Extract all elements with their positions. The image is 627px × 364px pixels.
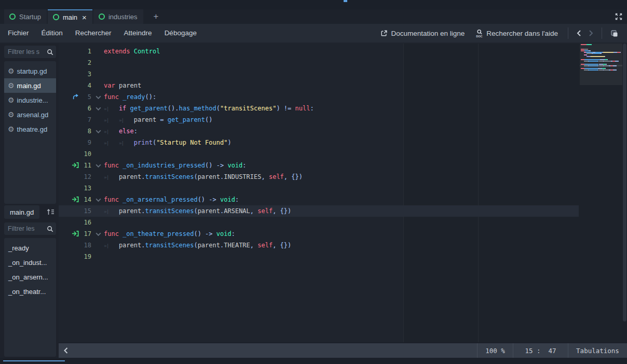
code-text: func _ready(): [104,91,156,103]
code-line[interactable]: 17func _on_theatre_pressed() -> void: [59,228,627,240]
code-text: extends Control [104,46,160,57]
code-line[interactable]: 3 [59,68,627,80]
code-text: func _on_industries_pressed() -> void: [104,160,247,171]
function-name: _on_arsern... [8,273,48,281]
fold-gutter[interactable] [91,128,104,135]
scrollbar-thumb[interactable] [623,44,626,321]
gutter-marker [59,148,82,160]
fold-gutter[interactable] [91,197,104,203]
code-line[interactable]: 10 [59,148,627,160]
fold-icon [95,94,102,101]
script-status-icon [9,13,16,20]
line-number: 12 [82,173,91,180]
sort-members-button[interactable] [46,208,55,216]
menu-atteindre[interactable]: Atteindre [118,24,158,43]
script-status-icon [99,13,105,20]
script-name: arsenal.gd [17,111,49,119]
code-text: »|else: [104,125,138,137]
code-text: »|parent.transitScenes(parent.THEATRE, s… [104,240,291,251]
tab-label: Startup [19,13,41,21]
function-name: _ready [8,244,29,252]
fold-gutter[interactable] [91,105,104,112]
tab-mark: »| [104,240,119,251]
online-documentation-button[interactable]: Documentation en ligne [375,30,470,37]
search-icon [47,49,53,55]
chevron-left-icon [63,347,69,354]
menu-right-actions: Documentation en ligne DOC Rechercher da… [375,27,622,39]
line-number: 19 [82,253,91,260]
gdscript-gear-icon: ⚙ [8,96,15,104]
fold-gutter[interactable] [91,94,104,101]
floating-window-icon [610,29,619,38]
code-line[interactable]: 9»|»|print("Startup Not Found") [59,137,627,148]
gdscript-gear-icon: ⚙ [8,111,15,118]
code-editor[interactable]: 1extends Control234var parent5func _read… [59,44,627,342]
scripts-filter-input[interactable] [8,48,47,55]
status-cells: 100 % 15 : 47 Tabulations [477,343,627,358]
code-line[interactable]: 5func _ready(): [59,91,627,103]
new-tab-button[interactable]: + [148,9,164,24]
script-item-arsenal.gd[interactable]: ⚙arsenal.gd [4,107,56,122]
code-line[interactable]: 18»|parent.transitScenes(parent.THEATRE,… [59,240,627,251]
function-item-_on_arsern[interactable]: _on_arsern... [4,270,56,284]
indent-type-button[interactable]: Tabulations [568,343,627,358]
function-name: _on_theatr... [8,288,46,296]
cursor-position: 15 : 47 [513,343,568,358]
code-text: »|parent.transitScenes(parent.INDUSTRIES… [104,171,303,183]
menu-debogage[interactable]: Débogage [158,24,203,43]
tab-label: main [63,13,77,21]
code-line[interactable]: 11func _on_industries_pressed() -> void: [59,160,627,171]
zoom-level[interactable]: 100 % [477,343,513,358]
collapse-sidebar-button[interactable] [59,347,73,354]
make-floating-button[interactable] [607,29,622,38]
search-help-button[interactable]: DOC Rechercher dans l'aide [470,29,563,38]
code-line[interactable]: 6»|if get_parent().has_method("transitSc… [59,103,627,114]
code-lines: 1extends Control234var parent5func _read… [59,46,627,262]
online-documentation-label: Documentation en ligne [391,30,465,37]
function-item-_ready[interactable]: _ready [4,241,56,255]
code-line[interactable]: 8»|else: [59,125,627,137]
fold-gutter[interactable] [91,162,104,169]
close-icon[interactable]: × [82,13,87,21]
code-line[interactable]: 7»|»|parent = get_parent() [59,114,627,125]
script-item-main.gd[interactable]: ⚙main.gd [4,78,56,93]
code-line[interactable]: 1extends Control [59,46,627,57]
script-item-startup.gd[interactable]: ⚙startup.gd [4,64,56,78]
code-line[interactable]: 12»|parent.transitScenes(parent.INDUSTRI… [59,171,627,183]
tab-main[interactable]: main× [48,9,92,24]
minimap[interactable] [580,44,622,342]
code-line[interactable]: 2 [59,57,627,68]
code-line[interactable]: 4var parent [59,80,627,91]
fold-gutter[interactable] [91,231,104,237]
tab-industries[interactable]: industries [93,9,143,24]
history-back-button[interactable] [573,30,585,37]
expand-icon [615,12,623,21]
line-number: 15 [82,207,91,215]
script-item-theatre.gd[interactable]: ⚙theatre.gd [4,122,56,136]
function-item-_on_indust[interactable]: _on_indust... [4,255,56,270]
distraction-free-button[interactable] [615,9,623,24]
function-item-_on_theatr[interactable]: _on_theatr... [4,284,56,299]
script-item-industrie...[interactable]: ⚙industrie... [4,93,56,107]
code-line[interactable]: 14func _on_arsernal_pressed() -> void: [59,194,627,205]
history-forward-button[interactable] [585,30,597,37]
vertical-scrollbar[interactable] [622,44,627,342]
functions-filter-input[interactable] [8,225,47,232]
code-line[interactable]: 19 [59,251,627,262]
menu-edition[interactable]: Édition [35,24,69,43]
gdscript-gear-icon: ⚙ [8,67,15,75]
tab-startup[interactable]: Startup [4,9,47,24]
code-line[interactable]: 16 [59,217,627,228]
signal-connection-icon [71,230,80,237]
code-line[interactable]: 13 [59,183,627,194]
search-icon [47,226,53,232]
function-name: _on_indust... [8,259,47,267]
code-line[interactable]: 15»|parent.transitScenes(parent.ARSENAL,… [59,205,627,217]
gutter-marker [59,251,82,262]
code-text: »|»|print("Startup Not Found") [104,137,231,149]
menu-rechercher[interactable]: Rechercher [69,24,118,43]
tab-mark: »| [104,206,119,217]
menu-fichier[interactable]: Fichier [2,24,35,43]
bottom-panel-edge [0,358,627,364]
gutter-marker [59,46,82,57]
